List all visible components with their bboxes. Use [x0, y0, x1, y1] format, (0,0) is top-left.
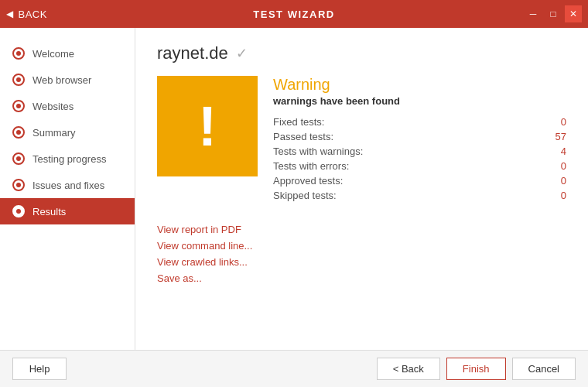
- restore-button[interactable]: □: [545, 5, 562, 22]
- save-as-link[interactable]: Save as...: [157, 270, 566, 286]
- back-button[interactable]: ◀ BACK: [6, 9, 47, 20]
- view-command-line-link[interactable]: View command line...: [157, 238, 566, 254]
- warning-exclaim-icon: !: [198, 98, 217, 154]
- back-footer-button[interactable]: < Back: [377, 358, 440, 380]
- stat-label-skipped: Skipped tests:: [273, 190, 535, 201]
- title-text: TEST WIZARD: [253, 9, 334, 20]
- content-area: raynet.de ✓ ! Warning warnings have been…: [135, 28, 588, 350]
- stat-label-errors: Tests with errors:: [273, 160, 535, 172]
- sidebar-item-welcome[interactable]: Welcome: [0, 40, 135, 67]
- close-button[interactable]: ✕: [565, 5, 582, 22]
- result-title: Warning: [273, 76, 566, 94]
- step-circle-summary: [12, 126, 25, 139]
- stat-label-fixed: Fixed tests:: [273, 116, 535, 128]
- step-circle-testing-progress: [12, 152, 25, 165]
- stat-row-passed: Passed tests: 57: [273, 129, 566, 144]
- stat-value-errors: 0: [535, 160, 566, 172]
- step-circle-results: [12, 205, 25, 217]
- back-arrow-icon: ◀: [6, 9, 14, 19]
- sidebar-item-websites[interactable]: Websites: [0, 93, 135, 119]
- view-report-pdf-link[interactable]: View report in PDF: [157, 221, 566, 238]
- help-button[interactable]: Help: [12, 358, 67, 380]
- stat-label-warnings: Tests with warnings:: [273, 146, 535, 157]
- step-circle-websites: [12, 100, 25, 112]
- result-details: Warning warnings have been found Fixed t…: [273, 76, 566, 203]
- sidebar-item-results[interactable]: Results: [0, 198, 135, 224]
- stat-row-errors: Tests with errors: 0: [273, 159, 566, 173]
- stat-value-fixed: 0: [535, 116, 566, 128]
- result-section: ! Warning warnings have been found Fixed…: [157, 76, 566, 203]
- site-name: raynet.de: [157, 43, 228, 63]
- result-subtitle: warnings have been found: [273, 95, 566, 107]
- stat-value-approved: 0: [535, 175, 566, 187]
- stat-value-passed: 57: [535, 131, 566, 142]
- sidebar-item-web-browser[interactable]: Web browser: [0, 67, 135, 93]
- sidebar-item-issues-and-fixes[interactable]: Issues and fixes: [0, 172, 135, 198]
- cancel-button[interactable]: Cancel: [512, 358, 576, 380]
- sidebar-item-testing-progress[interactable]: Testing progress: [0, 146, 135, 172]
- stat-row-warnings: Tests with warnings: 4: [273, 144, 566, 159]
- footer-center-buttons: < Back Finish Cancel: [377, 358, 576, 380]
- sidebar: Welcome Web browser Websites Summary Tes…: [0, 28, 135, 350]
- title-bar: ◀ BACK TEST WIZARD ─ □ ✕: [0, 0, 588, 28]
- stat-value-warnings: 4: [535, 146, 566, 157]
- sidebar-label-testing-progress: Testing progress: [32, 153, 106, 165]
- sidebar-label-results: Results: [32, 206, 66, 217]
- view-crawled-links-link[interactable]: View crawled links...: [157, 254, 566, 270]
- links-section: View report in PDF View command line... …: [157, 221, 566, 286]
- warning-box: !: [157, 76, 258, 176]
- step-circle-welcome: [12, 47, 25, 60]
- sidebar-item-summary[interactable]: Summary: [0, 119, 135, 146]
- main-container: Welcome Web browser Websites Summary Tes…: [0, 28, 588, 350]
- check-icon: ✓: [236, 45, 248, 62]
- sidebar-label-welcome: Welcome: [32, 48, 74, 60]
- stat-label-approved: Approved tests:: [273, 175, 535, 187]
- site-header: raynet.de ✓: [157, 43, 566, 63]
- back-label: BACK: [19, 9, 47, 20]
- sidebar-label-summary: Summary: [32, 127, 76, 139]
- footer: Help < Back Finish Cancel: [0, 350, 588, 387]
- sidebar-label-web-browser: Web browser: [32, 74, 91, 86]
- stat-row-skipped: Skipped tests: 0: [273, 188, 566, 203]
- stat-value-skipped: 0: [535, 190, 566, 201]
- step-circle-web-browser: [12, 74, 25, 86]
- step-circle-issues-and-fixes: [12, 179, 25, 191]
- sidebar-label-websites: Websites: [32, 101, 74, 112]
- finish-button[interactable]: Finish: [446, 358, 506, 380]
- stat-label-passed: Passed tests:: [273, 131, 535, 142]
- window-controls: ─ □ ✕: [525, 5, 582, 22]
- stat-row-fixed: Fixed tests: 0: [273, 115, 566, 129]
- sidebar-label-issues-and-fixes: Issues and fixes: [32, 180, 104, 191]
- minimize-button[interactable]: ─: [525, 5, 542, 22]
- stat-row-approved: Approved tests: 0: [273, 173, 566, 188]
